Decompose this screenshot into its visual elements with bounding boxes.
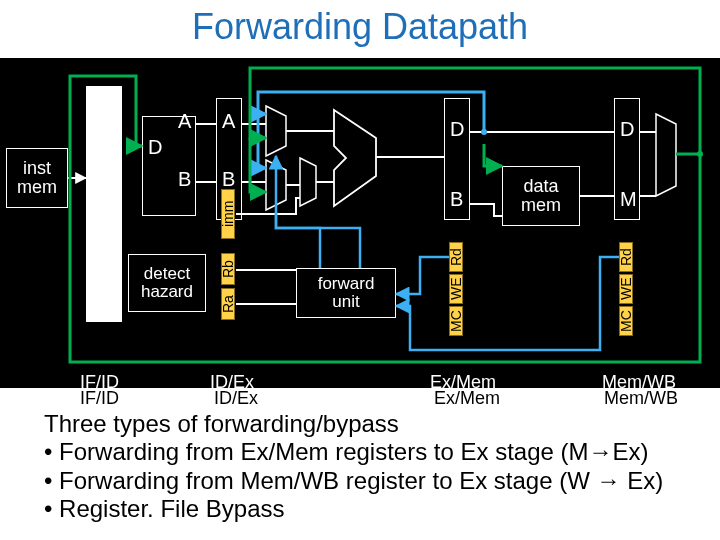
explanation-text: Three types of forwarding/bypass Forward…: [44, 410, 694, 523]
svg-marker-3: [334, 110, 376, 206]
stage-memwb-w: Mem/WB: [604, 388, 678, 409]
port-imm: imm: [221, 189, 235, 239]
ifid-reg-bar: [86, 86, 104, 322]
port-rd2: Rd: [619, 242, 633, 272]
port-d2: D: [450, 118, 464, 141]
inst-mem-block: inst mem: [6, 148, 68, 208]
explain-bullet-1: Forwarding from Ex/Mem registers to Ex s…: [44, 438, 694, 466]
page-title: Forwarding Datapath: [0, 0, 720, 48]
port-b1: B: [178, 168, 191, 191]
ifid-reg-bar2: [104, 86, 122, 322]
port-we2: WE: [619, 274, 633, 304]
port-mc2: MC: [619, 306, 633, 336]
port-d3: D: [620, 118, 634, 141]
stage-ifid-w: IF/ID: [80, 388, 119, 409]
port-m: M: [620, 188, 637, 211]
port-bex: B: [450, 188, 463, 211]
port-b2: B: [222, 168, 235, 191]
port-ra: Ra: [221, 288, 235, 320]
stage-idex-w: ID/Ex: [214, 388, 258, 409]
stage-exmem-w: Ex/Mem: [434, 388, 500, 409]
svg-marker-2: [300, 158, 316, 206]
port-we1: WE: [449, 274, 463, 304]
port-mc1: MC: [449, 306, 463, 336]
svg-marker-0: [266, 106, 286, 156]
explain-bullet-3: Register. File Bypass: [44, 495, 694, 523]
svg-point-19: [697, 151, 703, 157]
port-a1: A: [178, 110, 191, 133]
port-rb: Rb: [221, 253, 235, 285]
detect-hazard-block: detect hazard: [128, 254, 206, 312]
datapath-diagram: inst mem D A B detect hazard A B imm Rb …: [0, 58, 720, 408]
svg-marker-4: [656, 114, 676, 196]
explain-bullet-2: Forwarding from Mem/WB register to Ex st…: [44, 467, 694, 495]
port-d1: D: [148, 136, 162, 159]
explain-heading: Three types of forwarding/bypass: [44, 410, 694, 438]
svg-marker-1: [266, 160, 286, 210]
svg-point-18: [481, 129, 487, 135]
forward-unit-block: forward unit: [296, 268, 396, 318]
port-rd1: Rd: [449, 242, 463, 272]
port-a2: A: [222, 110, 235, 133]
data-mem-block: data mem: [502, 166, 580, 226]
